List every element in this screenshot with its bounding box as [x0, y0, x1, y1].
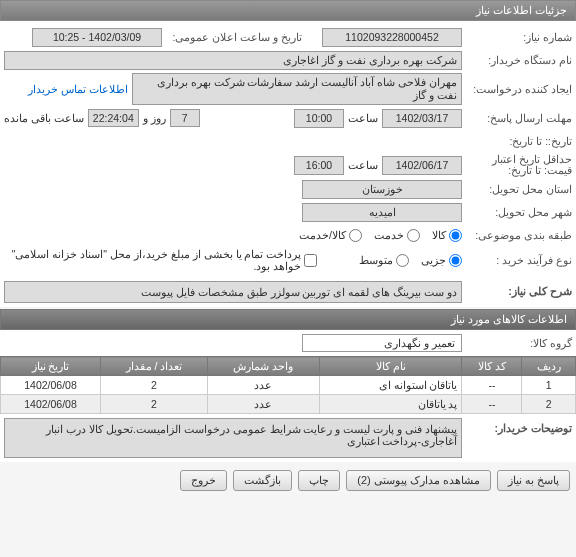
cell-qty: 2	[101, 395, 208, 414]
checkbox-payment-input[interactable]	[304, 254, 317, 267]
contact-link[interactable]: اطلاعات تماس خریدار	[28, 83, 128, 95]
label-province: استان محل تحویل:	[462, 183, 572, 195]
radio-both[interactable]: کالا/خدمت	[299, 229, 362, 242]
radio-partial-input[interactable]	[449, 254, 462, 267]
th-unit: واحد شمارش	[207, 357, 319, 376]
cell-date: 1402/06/08	[1, 376, 101, 395]
label-requester: ایجاد کننده درخواست:	[462, 83, 572, 95]
radio-goods[interactable]: کالا	[432, 229, 462, 242]
time-remain-label: ساعت باقی مانده	[4, 112, 84, 124]
th-code: کد کالا	[462, 357, 522, 376]
cell-unit: عدد	[207, 395, 319, 414]
cell-date: 1402/06/08	[1, 395, 101, 414]
city-value: امیدیه	[302, 203, 462, 222]
subject-radio-group: کالا خدمت کالا/خدمت	[299, 229, 462, 242]
checkbox-payment[interactable]: پرداخت تمام یا بخشی از مبلغ خرید،از محل …	[4, 248, 317, 272]
days-label: روز و	[143, 112, 166, 124]
row-requester: ایجاد کننده درخواست: مهران فلاحی شاه آبا…	[4, 73, 572, 105]
label-goods-group: گروه کالا:	[462, 337, 572, 349]
time-remain-value: 22:24:04	[88, 109, 139, 127]
general-desc-row: شرح کلی نیاز: دو ست بیرینگ های لقمه ای ت…	[0, 277, 576, 307]
back-button[interactable]: بازگشت	[233, 470, 292, 491]
row-buyer: نام دستگاه خریدار: شرکت بهره برداری نفت …	[4, 50, 572, 70]
row-validity: حداقل تاریخ اعتبار قیمت: تا تاریخ: 1402/…	[4, 154, 572, 176]
radio-medium[interactable]: متوسط	[359, 254, 409, 267]
cell-code: --	[462, 395, 522, 414]
row-subject-class: طبقه بندی موضوعی: کالا خدمت کالا/خدمت	[4, 225, 572, 245]
cell-idx: 1	[522, 376, 576, 395]
buy-type-radio-group: جزیی متوسط پرداخت تمام یا بخشی از مبلغ خ…	[4, 248, 462, 272]
label-announce: تاریخ و ساعت اعلان عمومی:	[162, 31, 302, 43]
radio-partial[interactable]: جزیی	[421, 254, 462, 267]
radio-service[interactable]: خدمت	[374, 229, 420, 242]
th-qty: تعداد / مقدار	[101, 357, 208, 376]
form-area: شماره نیاز: 1102093228000452 تاریخ و ساع…	[0, 21, 576, 277]
button-bar: پاسخ به نیاز مشاهده مدارک پیوستی (2) چاپ…	[0, 462, 576, 499]
label-validity: حداقل تاریخ اعتبار قیمت: تا تاریخ:	[462, 154, 572, 176]
label-need-no: شماره نیاز:	[462, 31, 572, 43]
row-province: استان محل تحویل: خوزستان	[4, 179, 572, 199]
deadline-time: 10:00	[294, 109, 344, 128]
cell-unit: عدد	[207, 376, 319, 395]
label-general-desc: شرح کلی نیاز:	[462, 281, 572, 303]
cell-qty: 2	[101, 376, 208, 395]
announce-value: 1402/03/09 - 10:25	[32, 28, 162, 47]
attachments-button[interactable]: مشاهده مدارک پیوستی (2)	[346, 470, 491, 491]
row-city: شهر محل تحویل: امیدیه	[4, 202, 572, 222]
th-name: نام کالا	[319, 357, 462, 376]
row-need-number: شماره نیاز: 1102093228000452 تاریخ و ساع…	[4, 27, 572, 47]
label-time-2: ساعت	[348, 159, 378, 172]
radio-medium-input[interactable]	[396, 254, 409, 267]
table-header-row: ردیف کد کالا نام کالا واحد شمارش تعداد /…	[1, 357, 576, 376]
deadline-date: 1402/03/17	[382, 109, 462, 128]
buyer-notes-value: پیشنهاد فنی و پارت لیست و رعایت شرایط عم…	[4, 418, 462, 458]
label-buyer: نام دستگاه خریدار:	[462, 54, 572, 66]
row-buy-type: نوع فرآیند خرید : جزیی متوسط پرداخت تمام…	[4, 248, 572, 272]
cell-idx: 2	[522, 395, 576, 414]
table-body: 1--یاتاقان استوانه ایعدد21402/06/082--پد…	[1, 376, 576, 414]
header-bar: جزئیات اطلاعات نیاز	[0, 0, 576, 21]
goods-group-value: تعمیر و نگهداری	[302, 334, 462, 352]
cell-name: پد یاتاقان	[319, 395, 462, 414]
buyer-notes-row: توضیحات خریدار: پیشنهاد فنی و پارت لیست …	[0, 414, 576, 462]
radio-service-input[interactable]	[407, 229, 420, 242]
header-title: جزئیات اطلاعات نیاز	[476, 4, 567, 16]
label-buy-type: نوع فرآیند خرید :	[462, 254, 572, 266]
radio-goods-input[interactable]	[449, 229, 462, 242]
th-idx: ردیف	[522, 357, 576, 376]
cell-code: --	[462, 376, 522, 395]
buyer-value: شرکت بهره برداری نفت و گاز اغاجاری	[4, 51, 462, 70]
cell-name: یاتاقان استوانه ای	[319, 376, 462, 395]
row-deadline: مهلت ارسال پاسخ: 1402/03/17 ساعت 10:00 7…	[4, 108, 572, 128]
label-subject-class: طبقه بندی موضوعی:	[462, 229, 572, 241]
row-history: تاریخ:: تا تاریخ:	[4, 131, 572, 151]
valid-time: 16:00	[294, 156, 344, 175]
reply-button[interactable]: پاسخ به نیاز	[497, 470, 570, 491]
table-row[interactable]: 1--یاتاقان استوانه ایعدد21402/06/08	[1, 376, 576, 395]
need-no-value: 1102093228000452	[322, 28, 462, 47]
general-desc-value: دو ست بیرینگ های لقمه ای توربین سولزر طب…	[4, 281, 462, 303]
days-count: 7	[170, 109, 200, 127]
table-row[interactable]: 2--پد یاتاقانعدد21402/06/08	[1, 395, 576, 414]
label-city: شهر محل تحویل:	[462, 206, 572, 218]
goods-section-header: اطلاعات کالاهای مورد نیاز	[0, 309, 576, 330]
label-history: تاریخ:: تا تاریخ:	[462, 135, 572, 147]
label-deadline: مهلت ارسال پاسخ:	[462, 112, 572, 124]
exit-button[interactable]: خروج	[180, 470, 227, 491]
goods-group-row: گروه کالا: تعمیر و نگهداری	[0, 330, 576, 356]
valid-date: 1402/06/17	[382, 156, 462, 175]
th-date: تاریخ نیاز	[1, 357, 101, 376]
label-time-1: ساعت	[348, 112, 378, 125]
radio-both-input[interactable]	[349, 229, 362, 242]
time-remaining: 7 روز و 22:24:04 ساعت باقی مانده	[4, 109, 200, 127]
goods-table: ردیف کد کالا نام کالا واحد شمارش تعداد /…	[0, 356, 576, 414]
print-button[interactable]: چاپ	[298, 470, 340, 491]
province-value: خوزستان	[302, 180, 462, 199]
requester-value: مهران فلاحی شاه آباد آنالیست ارشد سفارشا…	[132, 73, 462, 105]
label-buyer-notes: توضیحات خریدار:	[462, 418, 572, 458]
